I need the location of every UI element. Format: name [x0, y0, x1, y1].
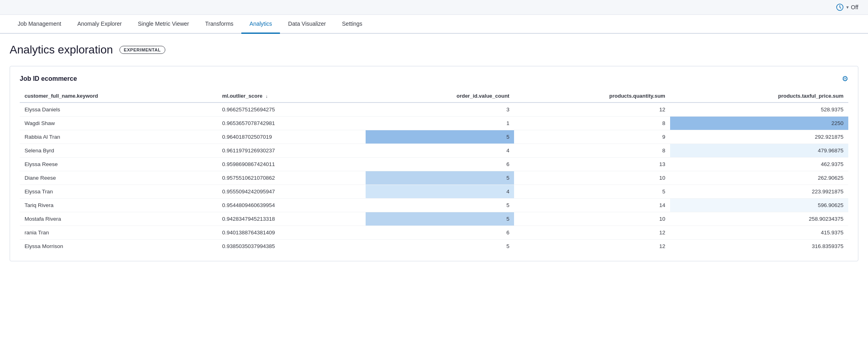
col-header-name: customer_full_name.keyword	[20, 90, 217, 103]
cell-order-count: 5	[366, 171, 514, 185]
cell-order-count: 5	[366, 199, 514, 212]
tab-transforms[interactable]: Transforms	[197, 15, 241, 34]
table-row: Mostafa Rivera 0.9428347945213318 5 10 2…	[20, 212, 848, 226]
table-row: Elyssa Morrison 0.9385035037994385 5 12 …	[20, 240, 848, 253]
cell-outlier-score: 0.9385035037994385	[217, 240, 366, 253]
cell-name: Elyssa Reese	[20, 158, 217, 171]
cell-price-sum: 262.90625	[670, 171, 848, 185]
table-row: Diane Reese 0.9575510621070862 5 10 262.…	[20, 171, 848, 185]
table-header-row: customer_full_name.keyword ml.outlier_sc…	[20, 90, 848, 103]
table-row: Elyssa Reese 0.9598690867424011 6 13 462…	[20, 158, 848, 171]
cell-price-sum: 258.90234375	[670, 212, 848, 226]
cell-price-sum: 223.9921875	[670, 185, 848, 199]
cell-name: Selena Byrd	[20, 144, 217, 158]
tab-job-management[interactable]: Job Management	[10, 15, 69, 34]
table-row: Elyssa Daniels 0.9662575125694275 3 12 5…	[20, 103, 848, 117]
nav-tabs: Job Management Anomaly Explorer Single M…	[0, 15, 868, 34]
top-bar-controls: ▾ Off	[836, 3, 858, 11]
chevron-down-icon[interactable]: ▾	[846, 4, 849, 10]
col-header-price-sum: products.taxful_price.sum	[670, 90, 848, 103]
cell-order-count: 5	[366, 212, 514, 226]
cell-outlier-score: 0.9428347945213318	[217, 212, 366, 226]
cell-price-sum: 2250	[670, 117, 848, 130]
cell-quantity-sum: 8	[514, 144, 670, 158]
page-title: Analytics exploration	[10, 43, 113, 56]
cell-quantity-sum: 12	[514, 103, 670, 117]
cell-outlier-score: 0.9598690867424011	[217, 158, 366, 171]
job-card: Job ID ecommerce ⚙ customer_full_name.ke…	[10, 66, 858, 261]
clock-icon	[836, 3, 844, 11]
tab-anomaly-explorer[interactable]: Anomaly Explorer	[69, 15, 130, 34]
table-row: Elyssa Tran 0.9555094242095947 4 5 223.9…	[20, 185, 848, 199]
cell-name: Mostafa Rivera	[20, 212, 217, 226]
cell-outlier-score: 0.9544809460639954	[217, 199, 366, 212]
tab-settings[interactable]: Settings	[334, 15, 370, 34]
cell-name: Elyssa Daniels	[20, 103, 217, 117]
page-content: Analytics exploration EXPERIMENTAL Job I…	[0, 34, 868, 271]
cell-outlier-score: 0.9662575125694275	[217, 103, 366, 117]
tab-single-metric-viewer[interactable]: Single Metric Viewer	[130, 15, 197, 34]
table-row: Wagdi Shaw 0.9653657078742981 1 8 2250	[20, 117, 848, 130]
cell-order-count: 6	[366, 158, 514, 171]
cell-quantity-sum: 13	[514, 158, 670, 171]
cell-quantity-sum: 14	[514, 199, 670, 212]
cell-quantity-sum: 12	[514, 226, 670, 240]
settings-icon[interactable]: ⚙	[842, 74, 848, 83]
experimental-badge: EXPERIMENTAL	[119, 46, 165, 54]
cell-order-count: 4	[366, 144, 514, 158]
cell-price-sum: 596.90625	[670, 199, 848, 212]
tab-analytics[interactable]: Analytics	[241, 15, 280, 34]
cell-price-sum: 528.9375	[670, 103, 848, 117]
cell-outlier-score: 0.9611979126930237	[217, 144, 366, 158]
cell-quantity-sum: 8	[514, 117, 670, 130]
cell-order-count: 3	[366, 103, 514, 117]
top-bar: ▾ Off	[0, 0, 868, 15]
cell-price-sum: 292.921875	[670, 130, 848, 144]
cell-name: Tariq Rivera	[20, 199, 217, 212]
tab-data-visualizer[interactable]: Data Visualizer	[280, 15, 334, 34]
off-status: Off	[851, 4, 858, 10]
cell-price-sum: 462.9375	[670, 158, 848, 171]
col-header-quantity-sum: products.quantity.sum	[514, 90, 670, 103]
cell-name: Elyssa Tran	[20, 185, 217, 199]
cell-order-count: 5	[366, 130, 514, 144]
cell-quantity-sum: 5	[514, 185, 670, 199]
cell-quantity-sum: 12	[514, 240, 670, 253]
cell-quantity-sum: 10	[514, 212, 670, 226]
cell-price-sum: 479.96875	[670, 144, 848, 158]
table-row: rania Tran 0.9401388764381409 6 12 415.9…	[20, 226, 848, 240]
card-title: Job ID ecommerce	[20, 75, 77, 82]
cell-outlier-score: 0.9555094242095947	[217, 185, 366, 199]
cell-price-sum: 415.9375	[670, 226, 848, 240]
cell-outlier-score: 0.964018702507019	[217, 130, 366, 144]
page-header: Analytics exploration EXPERIMENTAL	[10, 43, 858, 56]
cell-name: Elyssa Morrison	[20, 240, 217, 253]
sort-arrow-icon: ↓	[265, 94, 268, 98]
table-row: Selena Byrd 0.9611979126930237 4 8 479.9…	[20, 144, 848, 158]
table-row: Rabbia Al Tran 0.964018702507019 5 9 292…	[20, 130, 848, 144]
cell-outlier-score: 0.9653657078742981	[217, 117, 366, 130]
data-table: customer_full_name.keyword ml.outlier_sc…	[20, 90, 848, 253]
cell-order-count: 4	[366, 185, 514, 199]
col-header-outlier[interactable]: ml.outlier_score ↓	[217, 90, 366, 103]
cell-name: Wagdi Shaw	[20, 117, 217, 130]
cell-outlier-score: 0.9575510621070862	[217, 171, 366, 185]
cell-order-count: 6	[366, 226, 514, 240]
cell-name: Rabbia Al Tran	[20, 130, 217, 144]
cell-name: rania Tran	[20, 226, 217, 240]
cell-quantity-sum: 9	[514, 130, 670, 144]
card-header: Job ID ecommerce ⚙	[20, 74, 848, 83]
col-header-order-count: order_id.value_count	[366, 90, 514, 103]
cell-name: Diane Reese	[20, 171, 217, 185]
table-row: Tariq Rivera 0.9544809460639954 5 14 596…	[20, 199, 848, 212]
cell-order-count: 5	[366, 240, 514, 253]
cell-order-count: 1	[366, 117, 514, 130]
cell-price-sum: 316.8359375	[670, 240, 848, 253]
cell-quantity-sum: 10	[514, 171, 670, 185]
cell-outlier-score: 0.9401388764381409	[217, 226, 366, 240]
